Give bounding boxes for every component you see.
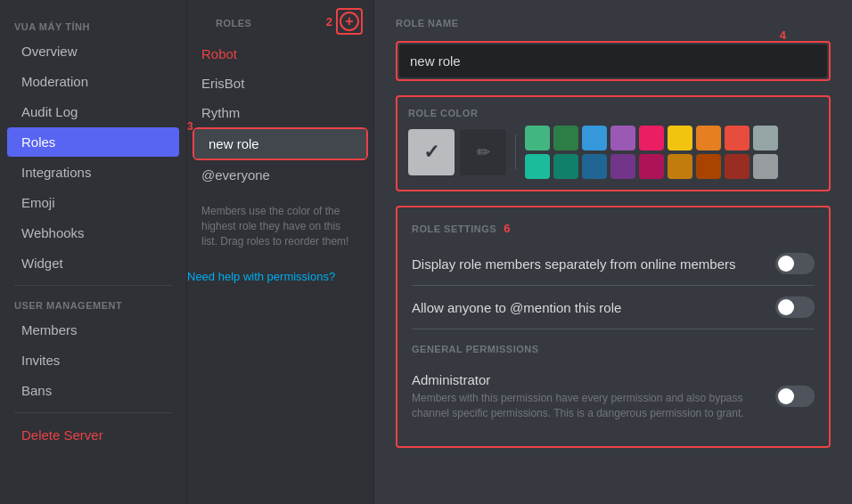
color-swatch-12[interactable] xyxy=(582,154,607,179)
sidebar: VUA MÁY TÍNH Overview Moderation Audit L… xyxy=(0,0,187,504)
administrator-setting-text: Administrator Members with this permissi… xyxy=(412,372,761,421)
color-swatch-9[interactable] xyxy=(753,126,778,150)
setting-label-allow-mention: Allow anyone to @mention this role xyxy=(412,300,775,315)
roles-help-link[interactable]: Need help with permissions? xyxy=(187,270,373,283)
annotation-6: 6 xyxy=(504,222,510,235)
role-item-erisbot[interactable]: ErisBot xyxy=(187,69,373,98)
role-name-section: ROLE NAME 4 xyxy=(396,18,831,81)
sidebar-item-invites[interactable]: Invites xyxy=(7,345,179,375)
sidebar-item-moderation[interactable]: Moderation xyxy=(7,67,179,96)
setting-row-allow-mention: Allow anyone to @mention this role xyxy=(412,286,815,329)
roles-info-text: Members use the color of the highest rol… xyxy=(187,190,373,263)
color-swatch-18[interactable] xyxy=(753,154,778,179)
role-item-robot[interactable]: Robot xyxy=(187,39,373,69)
checkmark-icon: ✓ xyxy=(423,141,439,164)
toggle-administrator[interactable] xyxy=(775,386,815,407)
role-color-section: ROLE COLOR ✓ ✏ xyxy=(396,95,831,191)
role-item-new-role-wrapper: new role 3 xyxy=(194,129,366,159)
color-swatch-15[interactable] xyxy=(668,154,692,179)
color-swatch-2[interactable] xyxy=(553,126,578,150)
add-role-button-wrapper: + xyxy=(340,12,359,31)
sidebar-item-roles[interactable]: Roles xyxy=(7,127,179,157)
color-swatch-10[interactable] xyxy=(525,154,550,179)
color-swatch-14[interactable] xyxy=(639,154,664,179)
role-item-everyone[interactable]: @everyone xyxy=(187,160,373,190)
role-settings-section: ROLE SETTINGS 6 Display role members sep… xyxy=(396,206,831,448)
main-content: ROLE NAME 4 ROLE COLOR ✓ ✏ xyxy=(374,0,852,504)
color-swatch-11[interactable] xyxy=(553,154,578,179)
roles-column: ROLES 2 + Robot ErisBot Rythm new role 3… xyxy=(187,0,374,504)
administrator-sublabel: Members with this permission have every … xyxy=(412,391,761,421)
color-swatch-7[interactable] xyxy=(696,126,721,150)
color-swatch-1[interactable] xyxy=(525,126,550,150)
sidebar-divider xyxy=(14,285,172,286)
color-custom-picker[interactable]: ✏ xyxy=(460,129,506,175)
color-swatch-4[interactable] xyxy=(610,126,635,150)
role-name-input-wrapper xyxy=(396,41,831,81)
roles-column-header: ROLES xyxy=(201,11,266,32)
color-swatch-17[interactable] xyxy=(725,154,750,179)
toggle-allow-mention[interactable] xyxy=(775,297,815,318)
sidebar-item-widget[interactable]: Widget xyxy=(7,248,179,278)
sidebar-item-delete-server[interactable]: Delete Server xyxy=(7,420,179,450)
sidebar-section-label-user-mgmt: USER MANAGEMENT xyxy=(0,293,186,314)
sidebar-item-audit-log[interactable]: Audit Log 1 xyxy=(7,97,179,126)
color-swatch-16[interactable] xyxy=(696,154,721,179)
role-color-label: ROLE COLOR xyxy=(408,108,478,118)
role-item-rythm[interactable]: Rythm xyxy=(187,98,373,127)
add-role-button[interactable]: + xyxy=(340,12,359,31)
annotation-4: 4 xyxy=(780,28,786,42)
color-preview-selected[interactable]: ✓ xyxy=(408,129,455,175)
color-swatch-8[interactable] xyxy=(725,126,750,150)
administrator-label: Administrator xyxy=(412,372,761,387)
color-swatch-3[interactable] xyxy=(582,126,607,150)
color-row-1 xyxy=(525,126,778,150)
role-name-input[interactable] xyxy=(399,45,827,77)
color-swatch-13[interactable] xyxy=(610,154,635,179)
color-grid xyxy=(525,126,778,179)
annotation-2: 2 xyxy=(326,15,332,28)
general-permissions-section: GENERAL PERMISSIONS Administrator Member… xyxy=(412,344,815,432)
sidebar-item-webhooks[interactable]: Webhooks xyxy=(7,218,179,248)
sidebar-divider-2 xyxy=(14,412,172,413)
sidebar-item-members[interactable]: Members xyxy=(7,315,179,345)
color-swatch-6[interactable] xyxy=(668,126,692,150)
sidebar-item-overview[interactable]: Overview xyxy=(7,37,179,66)
color-palette: ✓ ✏ xyxy=(408,126,818,179)
color-row-2 xyxy=(525,154,778,179)
role-name-label: ROLE NAME xyxy=(396,18,459,28)
general-permissions-label: GENERAL PERMISSIONS xyxy=(412,344,815,354)
setting-row-display-separately: Display role members separately from onl… xyxy=(412,242,815,286)
sidebar-item-integrations[interactable]: Integrations xyxy=(7,158,179,187)
setting-label-display-separately: Display role members separately from onl… xyxy=(412,256,775,272)
annotation-3: 3 xyxy=(187,120,193,133)
role-item-new-role[interactable]: new role xyxy=(194,129,366,159)
sidebar-section-label-server: VUA MÁY TÍNH xyxy=(0,14,186,36)
sidebar-item-emoji[interactable]: Emoji xyxy=(7,188,179,217)
setting-row-administrator: Administrator Members with this permissi… xyxy=(412,362,815,432)
toggle-display-separately[interactable] xyxy=(775,253,815,274)
role-settings-label: ROLE SETTINGS xyxy=(412,224,496,234)
pencil-icon: ✏ xyxy=(477,142,490,162)
color-swatch-5[interactable] xyxy=(639,126,664,150)
sidebar-item-bans[interactable]: Bans xyxy=(7,376,179,405)
color-divider xyxy=(515,134,516,170)
